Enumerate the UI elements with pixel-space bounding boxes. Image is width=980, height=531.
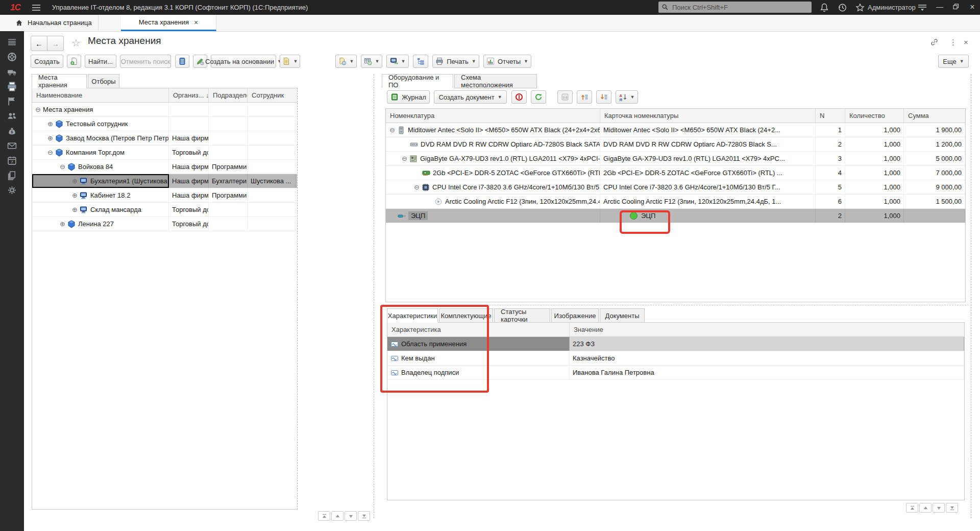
storage-org-cell[interactable] <box>169 103 209 116</box>
notifications-bell-icon[interactable] <box>819 3 829 12</box>
column-header-n[interactable]: N <box>816 109 845 123</box>
storage-name-cell[interactable]: ⊕Ленина 227 <box>32 217 169 231</box>
equipment-card-cell[interactable]: ЭЦП <box>600 209 816 223</box>
equipment-row[interactable]: ⊖GigaByte GA-X79-UD3 rev1.0 (RTL) LGA201… <box>386 152 965 166</box>
storage-dept-cell[interactable] <box>209 131 248 145</box>
storage-org-cell[interactable]: Наша фирма <box>169 160 209 174</box>
search-input[interactable] <box>671 3 808 12</box>
equipment-sum-cell[interactable]: 5 000,00 <box>904 152 965 165</box>
equipment-row[interactable]: DVD RAM DVD R RW CDRW Optiarc AD-7280S B… <box>386 137 965 152</box>
go-previous-button[interactable] <box>331 511 344 521</box>
equipment-sum-cell[interactable]: 7 000,00 <box>904 166 965 180</box>
storage-name-cell[interactable]: ⊕Бухалтерия1 (Шустикова Марина ... <box>32 174 169 188</box>
equipment-card-cell[interactable]: Miditower Antec <Solo II> <M650> 650W AT… <box>600 123 816 137</box>
horizontal-splitter[interactable] <box>382 305 969 305</box>
storage-tree-row[interactable]: ⊕Завод Москва (Петров Петр Петрович)Наша… <box>32 131 297 146</box>
storage-dept-cell[interactable]: Программи... <box>209 188 248 202</box>
go-first-button[interactable] <box>318 511 330 521</box>
equipment-n-cell[interactable]: 5 <box>816 180 845 194</box>
storage-emp-cell[interactable] <box>248 217 296 231</box>
sidebar-tasks-icon[interactable] <box>6 95 18 107</box>
print-button[interactable]: Печать▼ <box>432 55 479 68</box>
expand-icon[interactable]: ⊕ <box>60 220 67 228</box>
journal-button[interactable]: Журнал <box>387 90 430 104</box>
tab-equipment[interactable]: Оборудование и ПО <box>382 74 453 88</box>
column-header-name[interactable]: Наименование <box>32 88 169 102</box>
characteristic-name-cell[interactable]: Кем выдан <box>387 351 570 365</box>
tab-filters[interactable]: Отборы <box>88 74 119 88</box>
characteristic-name-cell[interactable]: Владелец подписи <box>387 366 570 379</box>
storage-tree-row[interactable]: ⊖Войкова 84Наша фирмаПрограмми... <box>32 160 297 174</box>
storage-org-cell[interactable]: Торговый дом <box>169 217 209 231</box>
equipment-name-cell[interactable]: ⊖Miditower Antec <Solo II> <M650> 650W A… <box>386 123 600 137</box>
structure-button[interactable] <box>413 55 428 68</box>
storage-emp-cell[interactable]: Шустикова ... <box>248 174 296 188</box>
schedule-button[interactable]: ▼ <box>361 55 382 68</box>
equipment-qty-cell[interactable]: 1,000 <box>845 123 904 137</box>
nav-tab-home[interactable]: Начальная страница <box>9 15 99 31</box>
go-previous-button[interactable] <box>919 503 932 513</box>
collapse-icon[interactable]: ⊖ <box>402 155 409 162</box>
equipment-qty-cell[interactable]: 1,000 <box>845 180 904 194</box>
storage-org-cell[interactable]: Наша фирма <box>169 174 209 188</box>
storage-org-cell[interactable]: Наша фирма <box>169 131 209 145</box>
equipment-card-cell[interactable]: GigaByte GA-X79-UD3 rev1.0 (RTL) LGA2011… <box>600 152 816 165</box>
go-next-button[interactable] <box>933 503 945 513</box>
expand-icon[interactable]: ⊕ <box>47 134 55 142</box>
user-menu-icon[interactable] <box>917 4 927 13</box>
equipment-n-cell[interactable]: 6 <box>816 195 845 208</box>
column-header-card[interactable]: Карточка номенклатуры <box>600 109 816 123</box>
storage-emp-cell[interactable] <box>248 146 296 159</box>
storage-tree-row[interactable]: ⊖Места хранения <box>32 103 297 117</box>
collapse-icon[interactable]: ⊖ <box>60 163 67 171</box>
history-icon[interactable] <box>837 3 847 12</box>
collapse-icon[interactable]: ⊖ <box>414 183 422 191</box>
go-last-button[interactable] <box>358 511 370 521</box>
equipment-qty-cell[interactable]: 1,000 <box>845 137 904 151</box>
equipment-qty-cell[interactable]: 1,000 <box>845 209 904 223</box>
move-up-button[interactable] <box>577 90 592 104</box>
window-close-button[interactable]: × <box>967 3 978 12</box>
column-header-emp[interactable]: Сотрудник <box>248 88 296 102</box>
column-header-org[interactable]: Организ... ↓ <box>169 88 209 102</box>
equipment-qty-cell[interactable]: 1,000 <box>845 166 904 180</box>
forward-button[interactable]: → <box>47 36 64 51</box>
go-next-button[interactable] <box>345 511 357 521</box>
equipment-name-cell[interactable]: ⊖CPU Intel Core i7-3820 3.6 GHz/4core/1+… <box>386 180 600 194</box>
storage-name-cell[interactable]: ⊕Завод Москва (Петров Петр Петрович) <box>32 131 169 145</box>
sidebar-calendar-icon[interactable]: 7 <box>6 155 18 166</box>
equipment-sum-cell[interactable]: 9 000,00 <box>904 180 965 194</box>
characteristic-value-cell[interactable]: 223 ФЗ <box>570 337 964 351</box>
move-down-button[interactable] <box>596 90 611 104</box>
equipment-row[interactable]: ЭЦПЭЦП21,000 <box>386 209 965 223</box>
equipment-name-cell[interactable]: Arctic Cooling Arctic F12 (3пин, 120x120… <box>386 195 600 208</box>
characteristic-value-cell[interactable]: Казначейство <box>570 351 964 365</box>
characteristic-row[interactable]: Область применения223 ФЗ <box>387 337 964 351</box>
equipment-card-cell[interactable]: Arctic Cooling Arctic F12 (3пин, 120x120… <box>600 195 816 208</box>
equipment-card-cell[interactable]: DVD RAM DVD R RW CDRW Optiarc AD-7280S B… <box>600 137 816 151</box>
create-based-on-button[interactable]: Создать на основании▼ <box>211 55 276 68</box>
storage-name-cell[interactable]: ⊕Кабинет 18.2 <box>32 188 169 202</box>
more-button[interactable]: Еще▼ <box>938 55 969 68</box>
sidebar-settings-icon[interactable] <box>6 184 18 196</box>
storage-tree-row[interactable]: ⊕Бухалтерия1 (Шустикова Марина ...Наша ф… <box>32 174 297 188</box>
find-button[interactable]: Найти... <box>85 55 116 68</box>
storage-dept-cell[interactable] <box>209 103 248 116</box>
column-header-sum[interactable]: Сумма <box>904 109 965 123</box>
view-mode-button[interactable] <box>175 55 189 68</box>
equipment-sum-cell[interactable]: 1 900,00 <box>904 123 965 137</box>
sidebar-finance-icon[interactable]: $ <box>6 125 18 136</box>
tab-documents[interactable]: Документы <box>600 308 645 323</box>
storage-org-cell[interactable]: Наша фирма <box>169 188 209 202</box>
sidebar-documents-icon[interactable] <box>6 170 18 181</box>
equipment-qty-cell[interactable]: 1,000 <box>845 152 904 165</box>
equipment-row[interactable]: Arctic Cooling Arctic F12 (3пин, 120x120… <box>386 195 965 209</box>
sidebar-print-icon[interactable] <box>6 81 18 92</box>
tab-storage-places[interactable]: Места хранения <box>32 74 87 88</box>
equipment-n-cell[interactable]: 3 <box>816 152 845 165</box>
collapse-icon[interactable]: ⊖ <box>47 149 55 156</box>
equipment-row[interactable]: ⊖Miditower Antec <Solo II> <M650> 650W A… <box>386 123 965 137</box>
column-header-characteristic[interactable]: Характеристика <box>387 323 570 336</box>
column-header-dept[interactable]: Подразделе... <box>209 88 248 102</box>
storage-dept-cell[interactable] <box>209 217 248 231</box>
